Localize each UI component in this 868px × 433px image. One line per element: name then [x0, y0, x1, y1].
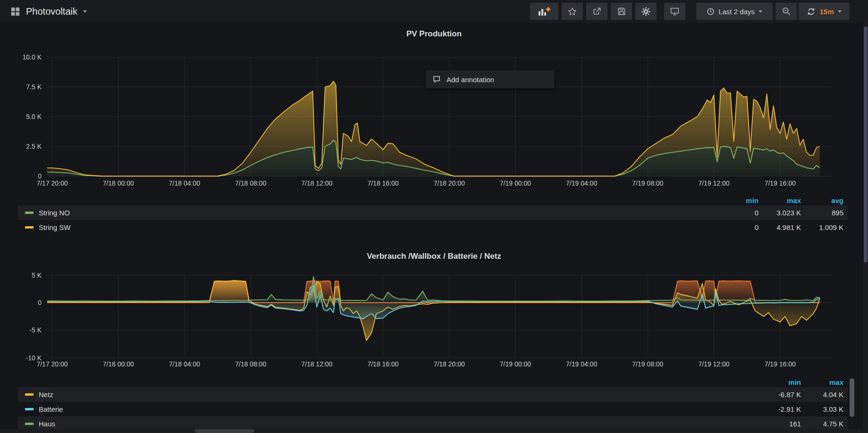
x-axis-tick-label: 7/19 00:00 [500, 179, 531, 187]
y-axis-tick-label: 10.0 K [23, 53, 42, 61]
horizontal-scrollbar-track[interactable] [0, 429, 864, 433]
legend-verbrauch: minmaxNetz-6.87 K4.04 KBatterie-2.91 K3.… [18, 377, 848, 431]
series-color-swatch[interactable] [25, 393, 34, 396]
series-color-swatch[interactable] [25, 226, 34, 229]
legend-column-max[interactable]: max [758, 196, 801, 204]
x-axis-tick-label: 7/18 00:00 [103, 360, 134, 368]
legend-column-min[interactable]: min [716, 196, 758, 204]
legend-row-string-sw[interactable]: String SW04.981 K1.009 K [18, 220, 848, 235]
x-axis-tick-label: 7/18 20:00 [434, 179, 465, 187]
refresh-picker[interactable]: 15m [799, 3, 850, 20]
y-axis-tick-label: 2.5 K [26, 143, 42, 150]
x-axis-tick-label: 7/18 16:00 [367, 360, 398, 368]
panel-title-verbrauch[interactable]: Verbrauch /Wallbox / Batterie / Netz [0, 252, 868, 261]
x-axis-tick-label: 7/18 04:00 [169, 179, 200, 187]
add-annotation-menu-item[interactable]: Add annotation [426, 70, 554, 88]
x-axis-tick-label: 7/19 08:00 [632, 179, 663, 187]
legend-column-max[interactable]: max [801, 378, 843, 386]
legend-scrollbar-handle[interactable] [850, 378, 854, 417]
time-range-picker[interactable]: Last 2 days [696, 3, 773, 20]
zoom-out-icon [782, 7, 791, 16]
dashboard-settings-button[interactable] [635, 3, 657, 20]
x-axis-tick-label: 7/18 08:00 [235, 360, 266, 368]
cycle-view-mode-button[interactable] [664, 3, 685, 20]
legend-header-row: minmax [18, 377, 848, 387]
legend-min-value: 0 [716, 223, 758, 231]
legend-max-value: 3.03 K [801, 405, 843, 413]
x-axis-tick-label: 7/18 20:00 [434, 360, 465, 368]
horizontal-scrollbar-handle[interactable] [195, 429, 254, 433]
share-icon [592, 7, 602, 16]
legend-avg-value: 1.009 K [801, 223, 843, 231]
legend-min-value: 161 [758, 420, 801, 428]
x-axis-tick-label: 7/18 00:00 [103, 179, 134, 187]
settings-gear-icon [641, 7, 651, 17]
chart-verbrauch[interactable]: 7/17 20:007/18 00:007/18 04:007/18 08:00… [0, 263, 861, 377]
add-panel-button[interactable] [530, 3, 558, 20]
caret-down-icon [83, 10, 87, 13]
legend-column-min[interactable]: min [758, 378, 801, 386]
x-axis-tick-label: 7/19 12:00 [698, 179, 729, 187]
dashboard-title: Photovoltaik [26, 6, 77, 17]
time-range-label: Last 2 days [718, 8, 755, 16]
y-axis-tick-label: 0 [38, 299, 42, 306]
save-icon [617, 7, 626, 16]
legend-row-string-no[interactable]: String NO03.023 K895 [18, 205, 848, 220]
x-axis-tick-label: 7/19 00:00 [500, 360, 531, 368]
y-axis-tick-label: 0 [38, 172, 42, 180]
series-name[interactable]: Netz [39, 391, 758, 399]
legend-pv-produktion: minmaxavgString NO03.023 K895String SW04… [18, 195, 848, 235]
comment-bubble-icon [432, 75, 441, 84]
legend-column-avg[interactable]: avg [801, 196, 843, 204]
x-axis-tick-label: 7/19 12:00 [698, 360, 729, 368]
legend-min-value: 0 [716, 209, 758, 217]
legend-avg-value: 895 [801, 209, 843, 217]
add-panel-icon [538, 6, 551, 17]
x-axis-tick-label: 7/18 12:00 [301, 179, 332, 187]
x-axis-tick-label: 7/18 12:00 [301, 360, 332, 368]
add-annotation-label: Add annotation [447, 76, 494, 84]
series-name[interactable]: String NO [39, 209, 716, 217]
page-scrollbar-handle[interactable] [864, 26, 868, 263]
zoom-out-time-button[interactable] [775, 3, 797, 20]
legend-max-value: 4.75 K [801, 420, 843, 428]
caret-down-icon [838, 10, 842, 13]
chart-pv-produktion[interactable]: 7/17 20:007/18 00:007/18 04:007/18 08:00… [0, 40, 861, 196]
series-name[interactable]: Haus [39, 420, 758, 428]
star-dashboard-button[interactable] [562, 3, 583, 20]
clock-icon [707, 8, 715, 16]
series-name[interactable]: Batterie [39, 405, 758, 413]
refresh-interval-label: 15m [819, 8, 834, 16]
legend-max-value: 4.04 K [801, 391, 843, 399]
panel-title-pv-produktion[interactable]: PV Produktion [0, 29, 868, 39]
x-axis-tick-label: 7/18 16:00 [367, 179, 398, 187]
x-axis-tick-label: 7/19 04:00 [566, 360, 597, 368]
dashboard-title-dropdown[interactable]: Photovoltaik [10, 0, 87, 23]
x-axis-tick-label: 7/19 04:00 [566, 179, 597, 187]
series-name[interactable]: String SW [39, 223, 716, 231]
series-line-netz [47, 280, 820, 340]
x-axis-tick-label: 7/18 04:00 [169, 360, 200, 368]
x-axis-tick-label: 7/18 08:00 [235, 179, 266, 187]
series-color-swatch[interactable] [25, 423, 34, 425]
x-axis-tick-label: 7/17 20:00 [36, 179, 67, 187]
save-dashboard-button[interactable] [611, 3, 632, 20]
y-axis-tick-label: -10 K [26, 354, 42, 362]
share-dashboard-button[interactable] [586, 3, 607, 20]
y-axis-tick-label: -5 K [29, 326, 42, 334]
y-axis-tick-label: 5 K [32, 272, 42, 279]
legend-row-batterie[interactable]: Batterie-2.91 K3.03 K [18, 402, 848, 416]
cycle-view-monitor-icon [670, 7, 680, 17]
legend-max-value: 3.023 K [758, 209, 801, 217]
legend-header-row: minmaxavg [18, 195, 848, 205]
x-axis-tick-label: 7/19 16:00 [765, 360, 796, 368]
legend-max-value: 4.981 K [758, 223, 801, 231]
series-color-swatch[interactable] [25, 212, 34, 214]
dashboards-grid-icon [10, 7, 20, 17]
x-axis-tick-label: 7/19 16:00 [765, 179, 796, 187]
series-color-swatch[interactable] [25, 408, 34, 410]
legend-row-netz[interactable]: Netz-6.87 K4.04 K [18, 387, 848, 402]
top-navbar: Photovoltaik [0, 0, 868, 23]
x-axis-tick-label: 7/19 08:00 [632, 360, 663, 368]
star-icon [567, 7, 577, 17]
